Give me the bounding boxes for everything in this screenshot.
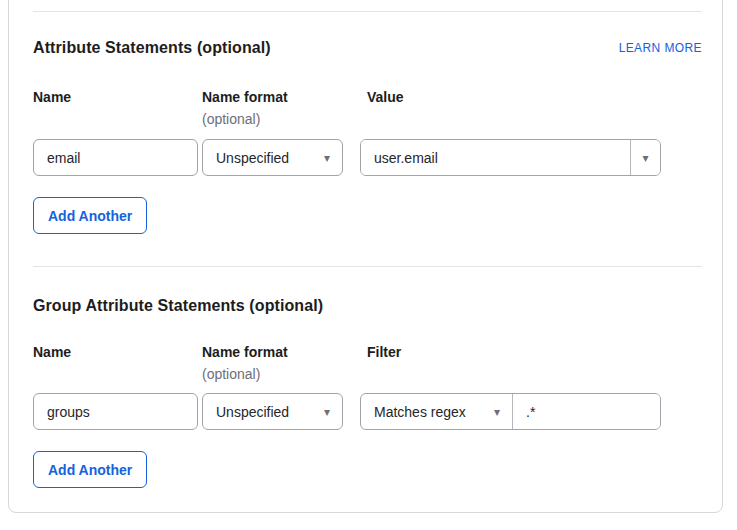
attribute-name-format-label-col: Name format (optional) — [202, 89, 343, 127]
group-attribute-statement-row: Unspecified ▾ Matches regex ▾ — [33, 393, 661, 430]
attribute-name-input[interactable] — [33, 139, 198, 176]
saml-settings-card: Attribute Statements (optional) LEARN MO… — [8, 0, 723, 513]
chevron-down-icon: ▾ — [642, 152, 648, 164]
value-column-label: Value — [367, 89, 661, 105]
name-format-optional-note: (optional) — [202, 366, 343, 382]
name-format-column-label: Name format — [202, 344, 343, 360]
attribute-add-row: Add Another — [33, 197, 147, 234]
top-divider — [33, 11, 702, 12]
name-format-selected-value: Unspecified — [216, 150, 289, 166]
group-name-label-col: Name — [33, 344, 198, 382]
group-attribute-statements-header: Group Attribute Statements (optional) — [33, 297, 702, 315]
chevron-down-icon: ▾ — [494, 406, 500, 418]
name-column-label: Name — [33, 89, 198, 105]
attribute-name-col — [33, 139, 198, 176]
filter-column-label: Filter — [367, 344, 661, 360]
add-another-attribute-button[interactable]: Add Another — [33, 197, 147, 234]
attribute-statements-header: Attribute Statements (optional) LEARN MO… — [33, 39, 702, 57]
group-filter-value-input[interactable] — [513, 394, 660, 429]
name-format-column-label: Name format — [202, 89, 343, 105]
add-another-group-attribute-button[interactable]: Add Another — [33, 451, 147, 488]
attribute-labels-row: Name Name format (optional) Value — [33, 89, 661, 127]
group-attribute-statements-title: Group Attribute Statements (optional) — [33, 297, 323, 315]
attribute-value-dropdown-button[interactable]: ▾ — [630, 140, 660, 175]
group-filter-type-select[interactable]: Matches regex ▾ — [361, 394, 513, 429]
learn-more-link[interactable]: LEARN MORE — [619, 41, 702, 55]
group-filter-label-col: Filter — [360, 344, 661, 382]
attribute-name-format-select[interactable]: Unspecified ▾ — [202, 139, 343, 176]
attribute-statement-row: Unspecified ▾ ▾ — [33, 139, 661, 176]
chevron-down-icon: ▾ — [324, 152, 330, 164]
attribute-value-input[interactable] — [361, 140, 630, 175]
chevron-down-icon: ▾ — [324, 406, 330, 418]
group-name-input[interactable] — [33, 393, 198, 430]
name-format-optional-note: (optional) — [202, 111, 343, 127]
group-name-format-label-col: Name format (optional) — [202, 344, 343, 382]
group-name-col — [33, 393, 198, 430]
group-filter-combobox: Matches regex ▾ — [360, 393, 661, 430]
name-column-label: Name — [33, 344, 198, 360]
group-add-row: Add Another — [33, 451, 147, 488]
attribute-name-label-col: Name — [33, 89, 198, 127]
filter-type-selected-value: Matches regex — [374, 404, 466, 420]
attribute-value-combobox: ▾ — [360, 139, 661, 176]
group-labels-row: Name Name format (optional) Filter — [33, 344, 661, 382]
attribute-statements-title: Attribute Statements (optional) — [33, 39, 271, 57]
group-name-format-select[interactable]: Unspecified ▾ — [202, 393, 343, 430]
attribute-value-label-col: Value — [360, 89, 661, 127]
section-divider — [33, 266, 702, 267]
name-format-selected-value: Unspecified — [216, 404, 289, 420]
